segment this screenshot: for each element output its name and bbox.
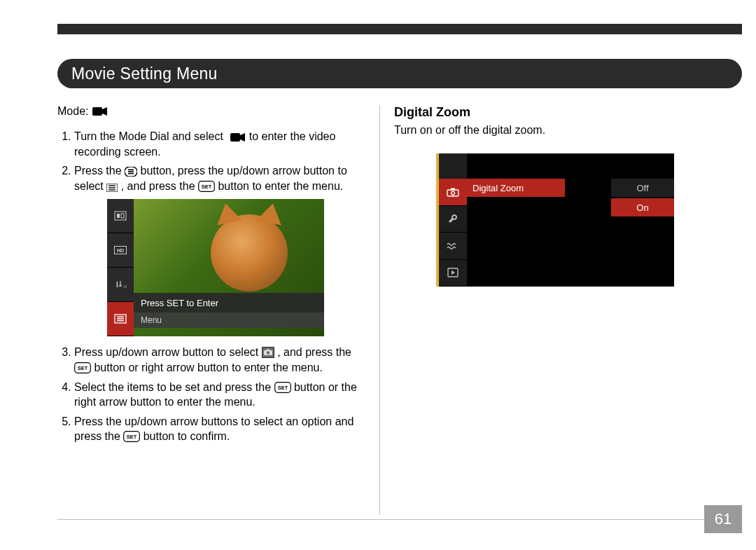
svg-rect-13 (117, 214, 120, 218)
instruction-list: Turn the Mode Dial and select to enter t… (57, 129, 357, 444)
svg-text:SET: SET (277, 385, 288, 391)
cat-illustration (211, 214, 288, 291)
screenshot-digital-zoom: Digital Zoom Off On (436, 153, 674, 287)
svg-rect-34 (451, 188, 455, 190)
press-set-label: Press SET to Enter (134, 293, 324, 312)
step-5: Press the up/down arrow buttons to selec… (74, 414, 357, 444)
svg-point-24 (267, 352, 270, 355)
step-1: Turn the Mode Dial and select to enter t… (74, 129, 357, 159)
waves-tab-icon (439, 233, 467, 260)
camera-badge-icon (262, 347, 274, 358)
svg-rect-20 (117, 319, 124, 320)
menu-list-icon (106, 184, 118, 192)
svg-rect-14 (121, 214, 124, 218)
video-mode-icon (92, 106, 108, 116)
set-button-icon: SET (198, 181, 215, 192)
section-title-bar: Movie Setting Menu (57, 59, 742, 88)
step-3: Press up/down arrow button to select , a… (74, 345, 357, 375)
screenshot-movie-menu: HD OFF Press SET to Enter Menu (107, 199, 324, 336)
svg-text:SET: SET (78, 365, 88, 371)
svg-rect-12 (115, 212, 126, 220)
option-off: Off (611, 179, 674, 197)
menu-label: Menu (134, 312, 324, 328)
vr-off-icon: OFF (107, 268, 134, 302)
svg-text:HD: HD (117, 248, 124, 253)
step-4: Select the items to be set and press the… (74, 380, 357, 410)
svg-text:SET: SET (202, 184, 212, 190)
header-bar (57, 24, 742, 34)
option-on: On (611, 198, 674, 216)
footer-divider (57, 519, 704, 520)
menu-button-icon (125, 167, 137, 177)
svg-rect-19 (117, 317, 124, 318)
camera-tab-icon (439, 179, 467, 206)
svg-rect-32 (447, 190, 458, 196)
mode-line: Mode: (57, 105, 357, 118)
video-mode-icon (230, 132, 246, 142)
mode-label: Mode: (57, 105, 88, 118)
svg-rect-5 (128, 173, 134, 174)
exposure-icon (107, 199, 134, 233)
manual-page: Movie Setting Menu Mode: Turn the Mode D… (0, 0, 756, 550)
screenshot-sidebar: HD OFF (107, 199, 134, 336)
svg-rect-21 (117, 320, 124, 322)
wrench-tab-icon (439, 206, 467, 233)
section-title: Movie Setting Menu (71, 64, 218, 83)
svg-rect-1 (230, 133, 240, 142)
spacer (439, 153, 467, 179)
svg-rect-9 (108, 189, 115, 190)
svg-text:SET: SET (127, 434, 137, 440)
screenshot2-sidebar (439, 153, 467, 287)
digital-zoom-menu-label: Digital Zoom (467, 179, 565, 197)
set-button-icon: SET (74, 362, 91, 373)
playback-tab-icon (439, 260, 467, 287)
hd-icon: HD (107, 233, 134, 268)
svg-rect-3 (128, 170, 134, 171)
set-button-icon: SET (274, 382, 291, 393)
svg-rect-4 (128, 171, 134, 172)
svg-rect-0 (92, 107, 102, 116)
digital-zoom-body: Turn on or off the digital zoom. (394, 124, 742, 137)
menu-icon-selected (107, 302, 134, 336)
digital-zoom-heading: Digital Zoom (394, 105, 742, 120)
page-number: 61 (704, 505, 742, 533)
svg-rect-7 (108, 185, 115, 186)
set-button-icon: SET (123, 431, 140, 442)
step-2: Press the button, press the up/down arro… (74, 163, 357, 193)
left-column: Mode: Turn the Mode Dial and select to e… (57, 105, 379, 515)
right-column: Digital Zoom Turn on or off the digital … (379, 105, 742, 515)
svg-rect-8 (108, 187, 115, 188)
svg-rect-25 (266, 350, 270, 351)
svg-text:OFF: OFF (124, 284, 127, 289)
svg-point-33 (451, 191, 455, 195)
content-columns: Mode: Turn the Mode Dial and select to e… (57, 105, 742, 515)
